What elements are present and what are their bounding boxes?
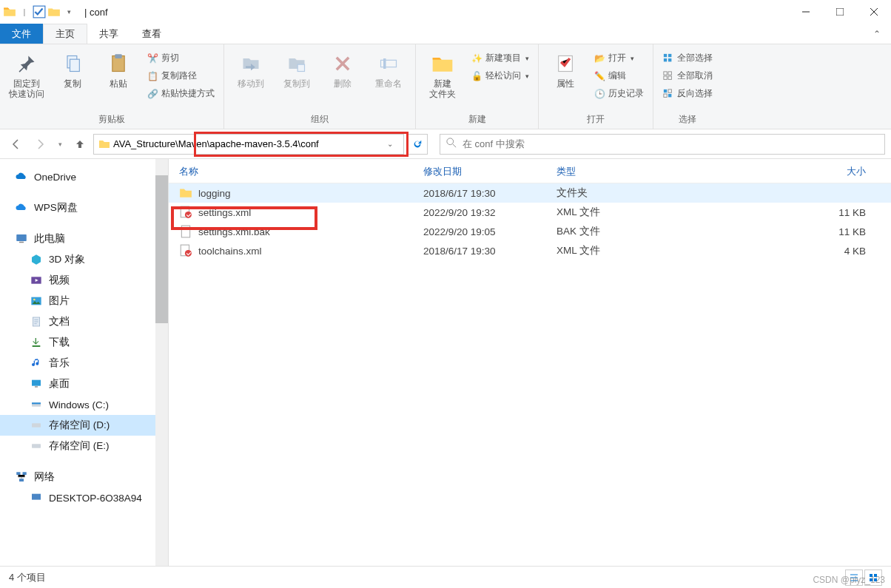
paste-shortcut-button[interactable]: 🔗粘贴快捷方式 xyxy=(144,86,218,101)
minimize-button[interactable] xyxy=(789,0,823,24)
easy-access-icon: 🔓 xyxy=(471,70,483,82)
file-list-pane: 名称 修改日期 类型 大小 logging 2018/6/17 19:30 文件… xyxy=(169,159,891,566)
col-modified[interactable]: 修改日期 xyxy=(423,165,557,178)
col-name[interactable]: 名称 xyxy=(179,165,423,178)
move-to-button[interactable]: 移动到 xyxy=(230,47,272,89)
cut-button[interactable]: ✂️剪切 xyxy=(144,50,218,66)
sidebar-pictures[interactable]: 图片 xyxy=(0,291,168,311)
copy-to-icon xyxy=(283,50,310,77)
scissors-icon: ✂️ xyxy=(147,53,158,64)
refresh-icon xyxy=(412,139,423,149)
sidebar-remote-pc[interactable]: DESKTOP-6O38A94 xyxy=(0,487,168,508)
item-count: 4 个项目 xyxy=(9,571,46,584)
maximize-button[interactable] xyxy=(823,0,857,24)
table-row[interactable]: settings.xml.bak 2022/9/20 19:05 BAK 文件 … xyxy=(169,222,891,241)
qat-dropdown-icon[interactable]: ▾ xyxy=(62,5,75,18)
history-button[interactable]: 🕒历史记录 xyxy=(591,86,647,101)
address-input[interactable] xyxy=(175,138,381,149)
chevron-down-icon: ⌄ xyxy=(387,140,393,148)
copy-to-button[interactable]: 复制到 xyxy=(276,47,317,89)
tab-file[interactable]: 文件 xyxy=(0,24,43,44)
path-prefix: AVA_Structure xyxy=(113,138,175,149)
sidebar-e-drive[interactable]: 存储空间 (E:) xyxy=(0,436,168,456)
properties-button[interactable]: 属性 xyxy=(545,47,586,89)
open-button[interactable]: 📂打开▾ xyxy=(591,50,647,66)
pin-icon xyxy=(13,50,40,77)
close-button[interactable] xyxy=(857,0,891,24)
paste-button[interactable]: 粘贴 xyxy=(98,47,139,89)
music-icon xyxy=(30,356,43,370)
delete-button[interactable]: 删除 xyxy=(322,47,363,89)
back-button[interactable] xyxy=(6,134,27,155)
group-label: 新建 xyxy=(422,112,532,127)
refresh-button[interactable] xyxy=(407,134,428,155)
svg-rect-12 xyxy=(664,58,667,61)
sidebar-this-pc[interactable]: 此电脑 xyxy=(0,229,168,249)
pin-to-quick-access-button[interactable]: 固定到 快速访问 xyxy=(6,47,47,100)
rename-button[interactable]: 重命名 xyxy=(368,47,409,89)
chevron-down-icon: ▾ xyxy=(58,141,62,148)
chevron-up-icon: ⌃ xyxy=(873,29,881,39)
search-box[interactable] xyxy=(440,134,885,155)
sidebar-d-drive[interactable]: 存储空间 (D:) xyxy=(0,415,168,436)
tab-view[interactable]: 查看 xyxy=(130,24,173,44)
table-row[interactable]: toolchains.xml 2018/6/17 19:30 XML 文件 4 … xyxy=(169,241,891,260)
sidebar-videos[interactable]: 视频 xyxy=(0,270,168,291)
drive-icon xyxy=(30,398,43,411)
nav-pane: OneDrive WPS网盘 此电脑 3D 对象 视频 图片 文档 下载 音乐 … xyxy=(0,159,169,566)
sidebar-c-drive[interactable]: Windows (C:) xyxy=(0,394,168,415)
desktop-icon xyxy=(30,377,43,391)
sidebar-downloads[interactable]: 下载 xyxy=(0,332,168,353)
search-input[interactable] xyxy=(463,138,878,149)
ribbon-collapse-button[interactable]: ⌃ xyxy=(863,24,891,44)
invert-selection-button[interactable]: 反向选择 xyxy=(659,86,716,101)
tab-home[interactable]: 主页 xyxy=(43,24,87,44)
forward-button[interactable] xyxy=(30,134,50,155)
sidebar-wps[interactable]: WPS网盘 xyxy=(0,197,168,218)
edit-button[interactable]: ✏️编辑 xyxy=(591,68,647,84)
sidebar-desktop[interactable]: 桌面 xyxy=(0,374,168,394)
svg-rect-23 xyxy=(16,234,27,241)
paste-icon xyxy=(105,50,132,77)
cloud-icon xyxy=(15,170,28,183)
svg-rect-6 xyxy=(297,64,304,71)
sidebar-network[interactable]: 网络 xyxy=(0,467,168,487)
folder-small-icon[interactable] xyxy=(47,5,61,18)
copy-button[interactable]: 复制 xyxy=(52,47,93,89)
folder-icon xyxy=(98,138,110,150)
svg-rect-34 xyxy=(32,423,41,427)
pc-icon xyxy=(15,232,28,246)
recent-locations-button[interactable]: ▾ xyxy=(53,134,67,155)
select-all-button[interactable]: 全部选择 xyxy=(659,50,716,66)
svg-rect-36 xyxy=(16,472,20,475)
easy-access-button[interactable]: 🔓轻松访问▾ xyxy=(468,68,532,84)
up-button[interactable] xyxy=(70,134,90,155)
svg-rect-20 xyxy=(664,94,667,97)
group-new: 新建 文件夹 ✨新建项目▾ 🔓轻松访问▾ 新建 xyxy=(416,44,539,129)
address-dropdown[interactable]: ⌄ xyxy=(381,140,399,148)
sidebar-music[interactable]: 音乐 xyxy=(0,353,168,374)
select-all-icon xyxy=(662,53,674,64)
svg-rect-39 xyxy=(32,494,41,500)
svg-rect-18 xyxy=(664,89,667,92)
table-row[interactable]: logging 2018/6/17 19:30 文件夹 xyxy=(169,183,891,203)
drive-icon xyxy=(30,419,43,432)
col-size[interactable]: 大小 xyxy=(668,165,881,178)
new-folder-button[interactable]: 新建 文件夹 xyxy=(422,47,463,100)
svg-rect-38 xyxy=(19,479,24,481)
arrow-up-icon xyxy=(74,138,86,150)
sidebar-3d-objects[interactable]: 3D 对象 xyxy=(0,249,168,270)
new-item-button[interactable]: ✨新建项目▾ xyxy=(468,50,532,66)
copy-path-button[interactable]: 📋复制路径 xyxy=(144,68,218,84)
folder-icon xyxy=(179,186,192,200)
checkbox-icon[interactable] xyxy=(33,5,46,18)
sidebar-onedrive[interactable]: OneDrive xyxy=(0,166,168,187)
sidebar-scroll-thumb[interactable] xyxy=(155,175,168,323)
select-none-button[interactable]: 全部取消 xyxy=(659,68,716,84)
address-bar[interactable]: AVA_Structure ⌄ xyxy=(93,134,404,155)
col-type[interactable]: 类型 xyxy=(557,165,668,178)
table-row[interactable]: settings.xml 2022/9/20 19:32 XML 文件 11 K… xyxy=(169,203,891,222)
sidebar-documents[interactable]: 文档 xyxy=(0,311,168,332)
tab-share[interactable]: 共享 xyxy=(87,24,130,44)
group-select: 全部选择 全部取消 反向选择 选择 xyxy=(653,44,722,129)
